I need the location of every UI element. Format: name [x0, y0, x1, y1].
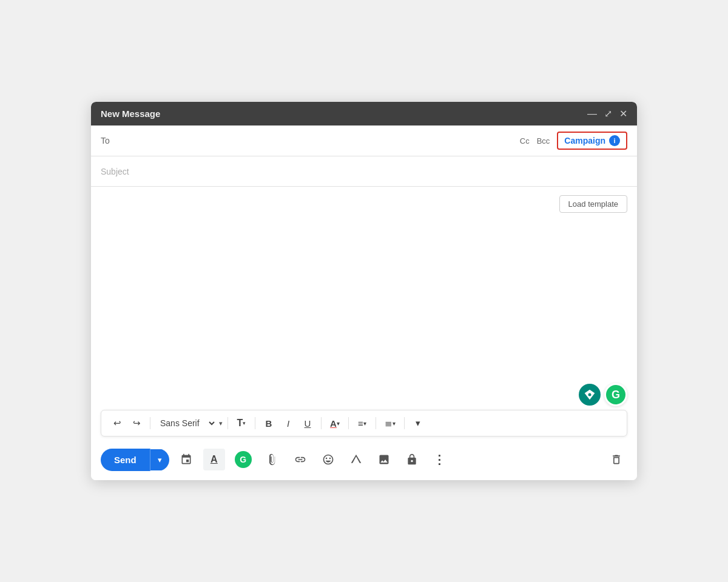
compose-header: New Message — ⤢ ✕ [91, 102, 637, 125]
gem-plugin-icon[interactable] [579, 384, 601, 406]
compose-title: New Message [101, 109, 160, 119]
more-options-button[interactable]: ⋮ [429, 449, 451, 470]
toolbar-separator-5 [348, 417, 349, 429]
redo-button[interactable]: ↪ [128, 415, 145, 431]
emoji-button[interactable] [317, 449, 339, 470]
send-button-group: Send ▾ [101, 449, 169, 471]
list-button[interactable]: ≣▾ [381, 415, 399, 431]
plugin-icons-area: G [91, 381, 637, 410]
to-input[interactable] [125, 136, 520, 146]
format-text-button[interactable]: A [203, 449, 225, 470]
header-actions: — ⤢ ✕ [587, 108, 627, 119]
compose-window: New Message — ⤢ ✕ To Cc Bcc Campaign i L… [91, 102, 637, 480]
bottom-toolbar: Send ▾ A G [91, 441, 637, 480]
subject-field-row [91, 156, 637, 187]
attach-file-button[interactable] [261, 449, 283, 470]
align-button[interactable]: ≡▾ [354, 416, 371, 431]
load-template-button[interactable]: Load template [559, 195, 627, 213]
toolbar-separator-3 [255, 417, 255, 429]
underline-button[interactable]: U [299, 416, 316, 431]
text-color-button[interactable]: A▾ [326, 416, 343, 431]
toolbar-separator-6 [376, 417, 376, 429]
send-button[interactable]: Send [101, 449, 150, 471]
campaign-label: Campaign [564, 136, 605, 146]
font-family-select[interactable]: Sans Serif Serif Monospace [155, 416, 217, 430]
subject-input[interactable] [101, 167, 627, 176]
chevron-down-icon: ▾ [219, 420, 223, 427]
toolbar-separator-4 [321, 417, 322, 429]
campaign-button[interactable]: Campaign i [557, 132, 627, 150]
compose-body: Load template [91, 187, 637, 381]
message-body-input[interactable] [101, 194, 627, 373]
close-button[interactable]: ✕ [619, 108, 627, 119]
insert-photo-button[interactable] [373, 449, 395, 470]
toolbar-separator-1 [150, 417, 150, 429]
campaign-info-icon: i [609, 135, 620, 146]
to-field-actions: Cc Bcc Campaign i [520, 132, 627, 150]
schedule-send-button[interactable] [175, 449, 197, 470]
formatting-toolbar: ↩ ↪ Sans Serif Serif Monospace ▾ T▾ B I … [101, 410, 627, 436]
bcc-link[interactable]: Bcc [537, 136, 550, 146]
font-size-button[interactable]: T▾ [233, 415, 250, 431]
chevron-down-icon: ▾ [158, 455, 162, 464]
grammarly-plugin-icon[interactable]: G [604, 383, 627, 406]
cc-link[interactable]: Cc [520, 136, 530, 146]
toolbar-separator-2 [228, 417, 228, 429]
to-field-row: To Cc Bcc Campaign i [91, 125, 637, 156]
undo-button[interactable]: ↩ [109, 415, 126, 431]
grammarly-inline-button[interactable]: G [231, 447, 255, 472]
to-label: To [101, 136, 125, 146]
drive-button[interactable] [345, 449, 367, 470]
svg-point-0 [588, 393, 592, 396]
lock-button[interactable] [401, 449, 423, 470]
expand-button[interactable]: ⤢ [604, 108, 612, 119]
toolbar-separator-7 [404, 417, 405, 429]
delete-button[interactable] [605, 449, 627, 470]
insert-link-button[interactable] [289, 449, 311, 470]
minimize-button[interactable]: — [587, 109, 597, 119]
more-formatting-button[interactable]: ▾ [410, 415, 426, 431]
italic-button[interactable]: I [280, 416, 297, 431]
send-dropdown-button[interactable]: ▾ [150, 449, 169, 470]
bold-button[interactable]: B [260, 416, 277, 431]
